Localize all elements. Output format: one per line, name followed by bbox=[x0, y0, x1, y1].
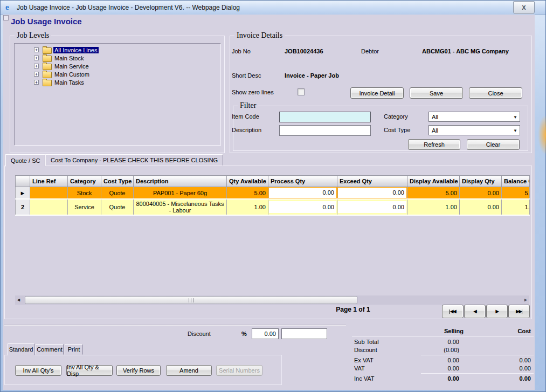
expand-plus-icon[interactable]: + bbox=[34, 64, 39, 68]
inv-all-qty-disp-button[interactable]: Inv All Qty & Disp bbox=[66, 365, 113, 376]
next-page-icon: ▶ bbox=[495, 309, 498, 314]
cell-process-qty[interactable]: 0.00 bbox=[268, 199, 337, 215]
description-label: Description bbox=[232, 127, 261, 133]
cell-cost-type: Quote bbox=[101, 187, 134, 200]
cell-display-qty: 0.00 bbox=[460, 187, 502, 200]
selling-header: Selling bbox=[444, 328, 464, 334]
category-dropdown[interactable]: All ▼ bbox=[428, 112, 520, 122]
close-button[interactable]: Close bbox=[469, 87, 522, 99]
exceed-qty-input[interactable]: 0.00 bbox=[338, 201, 406, 213]
scrollbar-thumb[interactable] bbox=[25, 296, 357, 304]
discount-percent-input[interactable] bbox=[252, 328, 279, 339]
last-bar-icon bbox=[522, 310, 522, 314]
title-bar[interactable]: e Job Usage Invoice - Job Usage Invoice … bbox=[1, 1, 545, 15]
column-header-cost-type: Cost Type bbox=[101, 176, 134, 187]
item-code-input[interactable] bbox=[279, 112, 371, 122]
description-input[interactable] bbox=[279, 125, 371, 136]
vat-row: VAT 0.00 0.00 bbox=[352, 365, 534, 372]
column-header-description: Description bbox=[134, 176, 227, 187]
cell-cost-type: Quote bbox=[101, 199, 134, 215]
discount-amount-input[interactable] bbox=[281, 328, 327, 339]
inv-all-qtys-button[interactable]: Inv All Qty's bbox=[15, 365, 61, 376]
short-desc-value: Invoice - Paper Job bbox=[285, 72, 339, 79]
folder-icon bbox=[43, 47, 52, 54]
last-page-button[interactable]: ▶▶ bbox=[508, 305, 530, 318]
tree-item-label[interactable]: Main Tasks bbox=[53, 79, 85, 86]
totals-rule bbox=[352, 336, 534, 336]
horizontal-scrollbar[interactable]: ◄ ► bbox=[15, 295, 529, 305]
row-selector-cell[interactable]: ► bbox=[16, 187, 30, 200]
tab-quote-sc[interactable]: Quote / SC bbox=[5, 154, 45, 167]
cost-type-dropdown[interactable]: All ▼ bbox=[428, 125, 520, 135]
cost-type-value: All bbox=[432, 127, 438, 134]
totals-rule bbox=[421, 373, 534, 374]
chevron-down-icon: ▼ bbox=[513, 128, 517, 133]
cell-display-available: 5.00 bbox=[407, 187, 460, 200]
expand-plus-icon[interactable]: + bbox=[34, 72, 39, 77]
folder-icon bbox=[43, 72, 52, 78]
tab-cost-to-company[interactable]: Cost To Company - PLEASE CHECK THIS BEFO… bbox=[45, 154, 223, 166]
folder-icon bbox=[43, 56, 52, 62]
cell-category: Stock bbox=[68, 187, 101, 200]
folder-icon bbox=[43, 80, 52, 86]
tree-item-label[interactable]: Main Stock bbox=[53, 55, 85, 61]
table-row[interactable]: ► Stock Quote PAP001 - Paper 60g 5.00 0.… bbox=[16, 187, 530, 200]
section-divider bbox=[4, 325, 346, 326]
exceed-qty-input[interactable]: 0.00 bbox=[338, 188, 406, 198]
tab-standard[interactable]: Standard bbox=[8, 343, 34, 355]
first-page-button[interactable]: ◀◀ bbox=[442, 305, 464, 318]
refresh-button[interactable]: Refresh bbox=[408, 139, 460, 150]
webpage-dialog: e Job Usage Invoice - Job Usage Invoice … bbox=[0, 0, 546, 392]
table-header-row: Line Ref Category Cost Type Description … bbox=[16, 176, 530, 187]
job-no-label: Job No bbox=[232, 48, 251, 54]
table-row[interactable]: 2 Service Quote 800040005 - Miscelaneous… bbox=[16, 199, 530, 215]
expand-plus-icon[interactable]: + bbox=[34, 56, 39, 60]
totals-rule bbox=[421, 355, 534, 355]
invoice-lines-table: Line Ref Category Cost Type Description … bbox=[15, 175, 530, 216]
show-zero-lines-checkbox[interactable] bbox=[298, 88, 305, 95]
scroll-right-icon[interactable]: ► bbox=[523, 297, 528, 302]
next-page-button[interactable]: ▶ bbox=[486, 305, 508, 318]
column-header-balance-qty: Balance Q bbox=[502, 176, 530, 187]
filter-legend: Filter bbox=[238, 101, 258, 110]
close-window-button[interactable]: X bbox=[513, 1, 535, 14]
expand-plus-icon[interactable]: + bbox=[34, 47, 39, 52]
tree-item-label[interactable]: Main Service bbox=[53, 63, 90, 70]
save-button[interactable]: Save bbox=[410, 87, 463, 99]
process-qty-input[interactable]: 0.00 bbox=[269, 201, 336, 213]
tab-print[interactable]: Print bbox=[65, 344, 83, 355]
column-header-qty-available: Qty Available bbox=[227, 176, 268, 187]
cell-display-available: 1.00 bbox=[407, 199, 460, 215]
column-header-selector bbox=[16, 176, 30, 187]
prev-page-button[interactable]: ◀ bbox=[464, 305, 486, 318]
cell-qty-available: 1.00 bbox=[227, 199, 268, 215]
subtotal-row: Sub Total 0.00 bbox=[352, 339, 534, 346]
invoice-detail-button[interactable]: Invoice Detail bbox=[350, 87, 404, 99]
cell-line-ref bbox=[30, 199, 68, 215]
amend-button[interactable]: Amend bbox=[166, 365, 212, 376]
scrollbar-grip-icon bbox=[189, 298, 195, 302]
tree-item-label[interactable]: All Invoice Lines bbox=[53, 47, 99, 53]
cell-exceed-qty[interactable]: 0.00 bbox=[337, 199, 407, 215]
expand-plus-icon[interactable]: + bbox=[34, 80, 39, 85]
folder-icon bbox=[43, 64, 52, 70]
column-header-display-available: Display Available bbox=[407, 176, 460, 187]
column-header-exceed-qty: Exceed Qty bbox=[337, 176, 407, 187]
short-desc-label: Short Desc bbox=[232, 72, 261, 79]
scroll-left-icon[interactable]: ◄ bbox=[16, 297, 21, 302]
cell-qty-available: 5.00 bbox=[227, 187, 268, 200]
process-qty-input[interactable]: 0.00 bbox=[269, 188, 336, 198]
verify-rows-button[interactable]: Verify Rows bbox=[116, 365, 161, 376]
cell-description: 800040005 - Miscelaneous Tasks - Labour bbox=[134, 199, 227, 215]
cell-exceed-qty[interactable]: 0.00 bbox=[337, 187, 407, 200]
cell-process-qty[interactable]: 0.00 bbox=[268, 187, 337, 200]
glass-reflection bbox=[538, 116, 546, 154]
column-header-line-ref: Line Ref bbox=[30, 176, 68, 187]
tab-comment[interactable]: Comment bbox=[36, 344, 64, 355]
page-indicator: Page 1 of 1 bbox=[318, 306, 388, 313]
row-selector-cell[interactable]: 2 bbox=[16, 199, 30, 215]
tree-item-label[interactable]: Main Custom bbox=[53, 71, 91, 78]
prev-page-icon: ◀ bbox=[473, 309, 476, 314]
page-title: Job Usage Invoice bbox=[11, 17, 82, 26]
clear-button[interactable]: Clear bbox=[467, 139, 520, 150]
